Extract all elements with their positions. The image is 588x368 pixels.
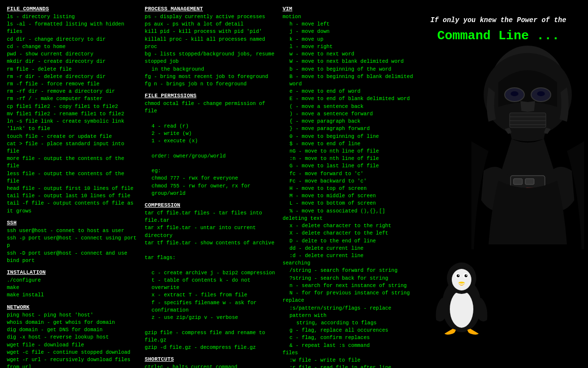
title-text: Command Line ... (420, 28, 576, 43)
svg-point-24 (466, 275, 467, 276)
shortcuts-title: SHORTCUTS (145, 356, 276, 362)
ssh-title: SSH (7, 220, 139, 226)
svg-point-23 (458, 275, 459, 276)
file-permissions-title: FILE PERMISSIONS (145, 93, 276, 99)
compression-lines: tar cf file.tar files - tar files into f… (145, 210, 276, 351)
svg-rect-12 (525, 179, 534, 184)
svg-point-4 (511, 91, 518, 96)
installation-lines: ./configure make make install (7, 277, 139, 299)
darth-vader-graphic (471, 43, 584, 249)
svg-point-22 (465, 274, 467, 277)
svg-rect-6 (510, 113, 546, 128)
svg-rect-11 (514, 179, 522, 184)
shortcuts-lines: ctrl+c - halts current command ctrl+z - … (145, 364, 276, 368)
tux-graphic (432, 256, 491, 335)
file-commands-title: FILE COMMANDS (7, 6, 139, 12)
process-mgmt-title: PROCESS MANAGEMENT (145, 6, 276, 12)
column-2: PROCESS MANAGEMENT ps - display currentl… (142, 4, 279, 364)
network-title: NETWORK (7, 304, 139, 310)
column-3: VIM motion h - move left j - move down k… (280, 4, 417, 364)
installation-title: INSTALLATION (7, 269, 139, 275)
svg-point-16 (450, 290, 473, 328)
column-4: If only you knew the Power of the Comman… (417, 4, 584, 364)
vim-title: VIM (283, 6, 415, 12)
compression-title: COMPRESSION (145, 202, 276, 208)
svg-point-18 (452, 269, 471, 290)
tagline-area: If only you knew the Power of the Comman… (420, 16, 581, 43)
file-permissions-lines: chmod octal file - change permission of … (145, 100, 276, 197)
file-commands-lines: ls - directory listing ls -al - formatte… (7, 13, 139, 215)
ssh-lines: ssh user@host - connet to host as user s… (7, 227, 139, 264)
network-lines: ping host - ping host 'host' whois domai… (7, 312, 139, 368)
vim-motion-lines: motion h - move left j - move down k - m… (283, 13, 415, 368)
process-mgmt-lines: ps - display currently active processes … (145, 13, 276, 88)
tagline-text: If only you knew the Power of the (420, 16, 576, 26)
svg-point-5 (537, 91, 545, 96)
column-1: FILE COMMANDS ls - directory listing ls … (4, 4, 142, 364)
svg-point-21 (457, 274, 460, 277)
main-container: FILE COMMANDS ls - directory listing ls … (0, 0, 588, 368)
